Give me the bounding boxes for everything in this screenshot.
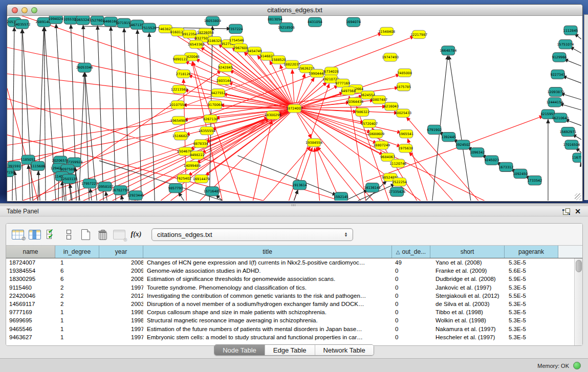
- network-node-label: 1694074: [346, 20, 361, 24]
- column-checklist-button[interactable]: ✔ ✔: [44, 227, 59, 242]
- status-bar: Memory: OK: [0, 358, 588, 372]
- cell: 1997: [99, 334, 143, 340]
- window-titlebar[interactable]: citations_edges.txt: [7, 5, 582, 16]
- table-row[interactable]: 1456911722003Disruption of a novel membe…: [6, 300, 574, 308]
- network-node-label: 16914479: [193, 177, 210, 181]
- column-header-title[interactable]: title: [143, 246, 392, 258]
- table-row[interactable]: 1938455462009Genome-wide association stu…: [6, 267, 574, 275]
- tab-node-table[interactable]: Node Table: [214, 345, 265, 355]
- table-settings-button[interactable]: ⚙: [10, 227, 26, 242]
- table-scrollbar[interactable]: [574, 258, 582, 345]
- network-node-label: 2967608: [233, 46, 248, 50]
- network-node-label: 15716485: [204, 189, 221, 193]
- network-node-label: 2718126: [176, 72, 191, 76]
- network-node-label: 1527602: [90, 18, 105, 23]
- scrollbar-thumb[interactable]: [576, 260, 582, 272]
- cell: 5.3E-5: [505, 301, 558, 307]
- cell: 1: [55, 259, 99, 266]
- cell: 2008: [99, 259, 143, 266]
- memory-status-indicator[interactable]: [573, 362, 581, 369]
- delete-button[interactable]: [95, 227, 110, 242]
- table-row[interactable]: 946362711997Embryonic stem cells: a mode…: [6, 333, 574, 341]
- cell: 9777169: [6, 309, 55, 315]
- network-node-label: 6497568: [341, 89, 356, 93]
- function-builder-button[interactable]: f(x): [128, 227, 144, 242]
- network-node-label: 17335426: [388, 190, 405, 194]
- network-node-label: 7485008: [397, 71, 412, 75]
- column-header-short[interactable]: short: [430, 246, 505, 258]
- cell: 1: [55, 334, 99, 340]
- cell: 49: [392, 259, 430, 266]
- network-node-label: 19654985: [170, 119, 187, 123]
- table-row[interactable]: 946554611997Estimation of the future num…: [6, 325, 574, 333]
- cell: Tourette syndrome. Phenomenology and cla…: [143, 285, 392, 291]
- cell: 0: [392, 301, 430, 307]
- float-panel-icon[interactable]: [563, 208, 570, 214]
- network-node-label: 9242845: [218, 65, 233, 70]
- table-row[interactable]: 1872400712008Changes of HCN gene express…: [6, 258, 574, 267]
- network-node-label: 1096342: [470, 150, 485, 155]
- column-header-in_degree[interactable]: in_degree: [55, 246, 99, 258]
- window-resize-grip[interactable]: [575, 193, 581, 200]
- table-panel-header: Table Panel ✕: [0, 206, 588, 216]
- table-row[interactable]: 2242004622012Investigating the contribut…: [6, 292, 574, 300]
- network-node-label: 8431054: [308, 20, 322, 24]
- network-node-label: 3924502: [455, 143, 470, 147]
- network-edge: [44, 27, 46, 201]
- network-node-label: 10958107: [97, 185, 114, 189]
- cell: de Silva et al. (2003): [430, 301, 505, 307]
- column-header-pagerank[interactable]: pagerank: [505, 246, 558, 258]
- network-node-label: 18807249: [373, 143, 390, 147]
- network-canvas[interactable]: 1872400774638229160128891235418226058932…: [7, 16, 581, 201]
- cell: 0: [392, 268, 430, 274]
- network-edge: [406, 117, 478, 201]
- network-node-label: 2803144: [216, 79, 231, 83]
- cell: 5.3E-5: [505, 259, 558, 266]
- cell: 0: [392, 285, 430, 291]
- tab-network-table[interactable]: Network Table: [315, 345, 374, 355]
- table-row[interactable]: 977716911998Corpus callosum shape and si…: [6, 308, 574, 316]
- column-header-year[interactable]: year: [99, 246, 143, 258]
- network-node-label: 9129966: [552, 55, 567, 59]
- cell: Disruption of a novel member of a sodium…: [143, 301, 392, 307]
- network-node-label: 17016504: [563, 143, 580, 147]
- new-table-button[interactable]: [78, 227, 93, 242]
- network-node-label: 15166822: [172, 134, 189, 138]
- network-edge: [22, 29, 23, 201]
- network-node-label: 9097588: [60, 167, 75, 171]
- network-edge: [83, 25, 89, 201]
- cell: 22420046: [6, 293, 55, 299]
- table-toolbar: ⚙ ✔ ✔ f(x): [6, 224, 582, 245]
- cell: 5.3E-5: [505, 334, 558, 340]
- select-column-button[interactable]: [27, 227, 42, 242]
- cell: Investigating the contribution of common…: [143, 293, 392, 299]
- network-view-window: citations_edges.txt 18724007746382291601…: [7, 4, 583, 202]
- table-row[interactable]: 1830029562008Estimation of significance …: [6, 275, 574, 283]
- network-edge: [295, 108, 519, 201]
- cell: 5.3E-5: [505, 326, 558, 332]
- column-header-name[interactable]: name: [6, 246, 55, 258]
- network-node-label: 16355554: [199, 129, 215, 133]
- cell: Dudbridge et al. (2008): [430, 276, 505, 282]
- close-panel-icon[interactable]: ✕: [575, 208, 581, 214]
- network-node-label: 8454749: [247, 49, 262, 53]
- cell: 1998: [99, 309, 143, 315]
- cell: 2009: [99, 268, 143, 274]
- cell: 19384554: [6, 268, 55, 274]
- network-node-label: 1588520: [271, 58, 286, 62]
- network-node-label: 16053809: [204, 19, 221, 23]
- table-selector-dropdown[interactable]: citations_edges.txt ▲▼: [151, 228, 353, 241]
- cell: 5.9E-5: [505, 276, 558, 282]
- network-node-label: 8878334: [193, 142, 208, 146]
- tab-edge-table[interactable]: Edge Table: [265, 345, 315, 355]
- network-edge: [90, 189, 92, 201]
- network-node-label: 9245023: [484, 158, 499, 162]
- row-height-button[interactable]: [61, 227, 76, 242]
- network-node-label: 19384554: [306, 141, 322, 145]
- table-row[interactable]: 969969511998Structural magnetic resonanc…: [6, 316, 574, 324]
- table-row[interactable]: 911546021997Tourette syndrome. Phenomeno…: [6, 283, 574, 292]
- column-header-out_de[interactable]: △out_de...: [392, 246, 430, 258]
- cell: 1997: [99, 285, 143, 291]
- network-node-label: 2522254: [392, 180, 407, 184]
- network-edge: [565, 120, 581, 126]
